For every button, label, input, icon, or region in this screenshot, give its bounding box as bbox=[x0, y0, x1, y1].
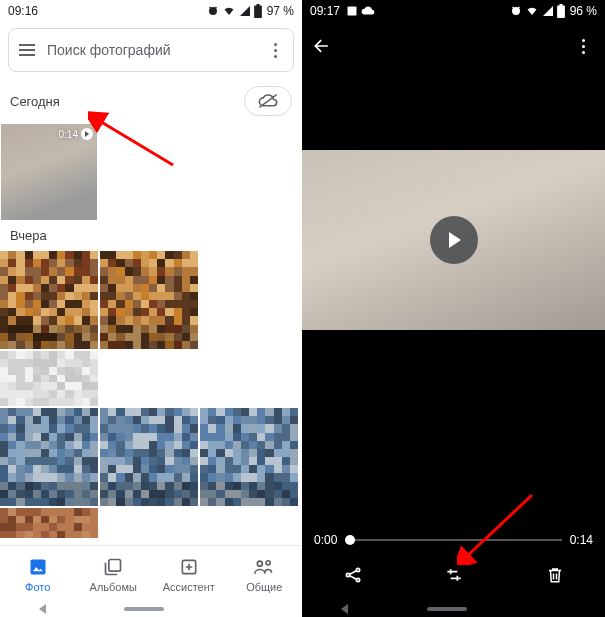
assistant-icon bbox=[177, 555, 201, 579]
share-button[interactable] bbox=[341, 563, 365, 587]
photo-thumbnail[interactable] bbox=[100, 251, 198, 349]
video-scrubber[interactable]: 0:00 0:14 bbox=[302, 533, 605, 547]
backup-off-button[interactable] bbox=[244, 86, 292, 116]
section-today-label: Сегодня bbox=[10, 94, 60, 109]
battery-icon bbox=[557, 4, 565, 18]
signal-icon bbox=[239, 5, 251, 17]
svg-line-8 bbox=[465, 495, 532, 558]
home-pill[interactable] bbox=[124, 607, 164, 611]
svg-rect-7 bbox=[348, 7, 357, 16]
edit-button[interactable] bbox=[442, 563, 466, 587]
pic-icon bbox=[346, 5, 358, 17]
scrubber-knob[interactable] bbox=[345, 535, 355, 545]
back-gesture-icon[interactable] bbox=[341, 604, 348, 614]
status-time: 09:16 bbox=[8, 4, 38, 18]
back-gesture-icon[interactable] bbox=[39, 604, 46, 614]
battery-text: 96 % bbox=[570, 4, 597, 18]
status-time: 09:17 bbox=[310, 4, 340, 18]
phone-right-viewer: 09:17 96 % 0:00 0:14 bbox=[302, 0, 605, 617]
play-icon bbox=[81, 128, 93, 140]
video-duration-badge: 0:14 bbox=[59, 128, 93, 140]
svg-point-6 bbox=[266, 560, 270, 564]
nav-photos[interactable]: Фото bbox=[0, 546, 76, 601]
status-icons: 96 % bbox=[510, 4, 597, 18]
video-playback-area[interactable] bbox=[302, 150, 605, 330]
section-yesterday-label: Вчера bbox=[0, 220, 302, 251]
albums-icon bbox=[101, 555, 125, 579]
delete-button[interactable] bbox=[543, 563, 567, 587]
wifi-icon bbox=[525, 5, 539, 17]
search-placeholder: Поиск фотографий bbox=[39, 42, 263, 58]
battery-text: 97 % bbox=[267, 4, 294, 18]
phone-left-gallery: 09:16 97 % Поиск фотографий bbox=[0, 0, 302, 617]
svg-point-10 bbox=[356, 568, 359, 571]
video-duration: 0:14 bbox=[59, 129, 78, 140]
overflow-menu-icon[interactable] bbox=[263, 43, 287, 58]
viewer-action-row bbox=[302, 551, 605, 599]
scrubber-start-time: 0:00 bbox=[314, 533, 337, 547]
nav-albums[interactable]: Альбомы bbox=[76, 546, 152, 601]
nav-sharing[interactable]: Общие bbox=[227, 546, 303, 601]
battery-icon bbox=[254, 4, 262, 18]
svg-rect-3 bbox=[109, 559, 121, 571]
svg-rect-2 bbox=[30, 559, 45, 574]
nav-photos-label: Фото bbox=[25, 581, 50, 593]
nav-assistant[interactable]: Ассистент bbox=[151, 546, 227, 601]
play-button[interactable] bbox=[430, 216, 478, 264]
wifi-icon bbox=[222, 5, 236, 17]
video-thumbnail[interactable]: 0:14 bbox=[1, 124, 97, 220]
nav-assistant-label: Ассистент bbox=[163, 581, 215, 593]
svg-point-11 bbox=[356, 578, 359, 581]
photo-thumbnail[interactable] bbox=[0, 508, 98, 538]
status-bar: 09:17 96 % bbox=[302, 0, 605, 22]
photo-thumbnail[interactable] bbox=[200, 408, 298, 506]
gesture-nav-bar bbox=[0, 601, 302, 617]
search-bar[interactable]: Поиск фотографий bbox=[8, 28, 294, 72]
photo-thumbnail[interactable] bbox=[0, 351, 98, 406]
status-icons: 97 % bbox=[207, 4, 294, 18]
status-bar: 09:16 97 % bbox=[0, 0, 302, 22]
svg-point-5 bbox=[258, 561, 263, 566]
photo-thumbnail[interactable] bbox=[0, 251, 98, 349]
menu-icon[interactable] bbox=[15, 38, 39, 62]
nav-albums-label: Альбомы bbox=[90, 581, 137, 593]
bottom-nav: Фото Альбомы Ассистент Общие bbox=[0, 545, 302, 601]
alarm-icon bbox=[510, 5, 522, 17]
photo-thumbnail[interactable] bbox=[100, 408, 198, 506]
viewer-appbar bbox=[302, 22, 605, 70]
alarm-icon bbox=[207, 5, 219, 17]
nav-sharing-label: Общие bbox=[246, 581, 282, 593]
overflow-menu-icon[interactable] bbox=[571, 39, 595, 54]
gesture-nav-bar bbox=[302, 601, 605, 617]
back-button[interactable] bbox=[312, 36, 336, 56]
signal-icon bbox=[542, 5, 554, 17]
cloud-icon bbox=[361, 6, 375, 16]
scrubber-track[interactable] bbox=[345, 539, 561, 541]
section-today-header: Сегодня bbox=[0, 78, 302, 124]
photo-thumbnail[interactable] bbox=[0, 408, 98, 506]
sharing-icon bbox=[252, 555, 276, 579]
svg-point-9 bbox=[346, 573, 349, 576]
photos-icon bbox=[26, 555, 50, 579]
scrubber-end-time: 0:14 bbox=[570, 533, 593, 547]
home-pill[interactable] bbox=[427, 607, 467, 611]
